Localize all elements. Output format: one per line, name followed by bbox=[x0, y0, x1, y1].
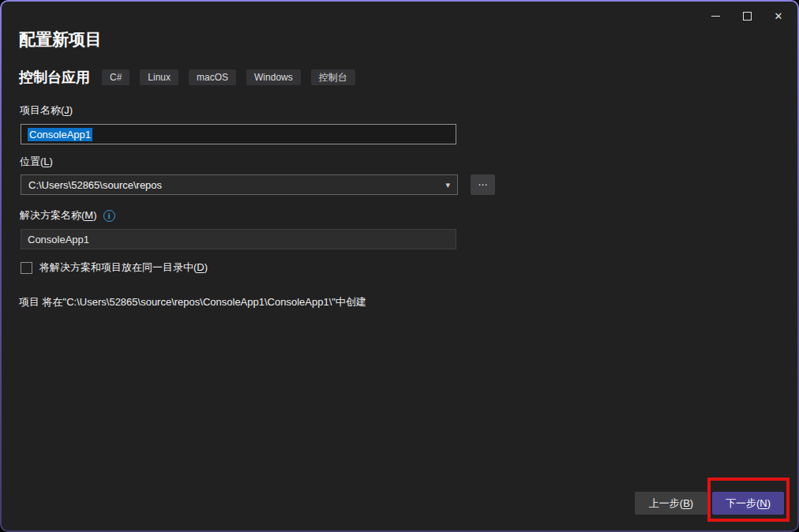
template-header: 控制台应用 C# Linux macOS Windows 控制台 bbox=[19, 68, 355, 87]
minimize-icon bbox=[711, 16, 720, 17]
configure-project-dialog: ✕ 配置新项目 控制台应用 C# Linux macOS Windows 控制台… bbox=[2, 2, 797, 530]
titlebar-controls: ✕ bbox=[700, 4, 794, 28]
dropdown-arrow-icon: ▾ bbox=[445, 180, 450, 190]
tag-csharp: C# bbox=[102, 69, 129, 85]
close-icon: ✕ bbox=[775, 11, 783, 21]
tag-linux: Linux bbox=[140, 69, 178, 85]
solution-name-label: 解决方案名称(M) bbox=[20, 208, 97, 223]
info-icon[interactable]: i bbox=[103, 210, 115, 222]
location-value: C:\Users\52865\source\repos bbox=[28, 179, 162, 191]
window-frame: ✕ 配置新项目 控制台应用 C# Linux macOS Windows 控制台… bbox=[0, 0, 799, 532]
next-button[interactable]: 下一步(N) bbox=[712, 492, 784, 515]
tag-windows: Windows bbox=[246, 69, 301, 85]
minimize-button[interactable] bbox=[700, 4, 731, 28]
creation-path-note: 项目 将在"C:\Users\52865\source\repos\Consol… bbox=[19, 295, 366, 309]
solution-name-input[interactable]: ConsoleApp1 bbox=[21, 229, 456, 249]
page-title: 配置新项目 bbox=[19, 28, 102, 51]
location-label: 位置(L) bbox=[20, 155, 53, 169]
ellipsis-icon: … bbox=[478, 176, 488, 188]
maximize-icon bbox=[743, 12, 752, 21]
template-name: 控制台应用 bbox=[19, 68, 90, 87]
maximize-button[interactable] bbox=[731, 4, 763, 28]
back-button[interactable]: 上一步(B) bbox=[635, 492, 707, 515]
location-combobox[interactable]: C:\Users\52865\source\repos ▾ bbox=[21, 174, 458, 195]
solution-name-value: ConsoleApp1 bbox=[28, 234, 89, 245]
browse-button[interactable]: … bbox=[471, 174, 495, 195]
solution-name-header: 解决方案名称(M) i bbox=[20, 208, 115, 223]
same-directory-row: 将解决方案和项目放在同一目录中(D) bbox=[21, 260, 208, 275]
close-button[interactable]: ✕ bbox=[763, 4, 794, 28]
tag-console: 控制台 bbox=[311, 69, 355, 85]
project-name-label: 项目名称(J) bbox=[20, 103, 73, 118]
same-directory-label: 将解决方案和项目放在同一目录中(D) bbox=[39, 260, 208, 275]
same-directory-checkbox[interactable] bbox=[21, 262, 32, 274]
selected-text: ConsoleApp1 bbox=[28, 128, 92, 141]
project-name-input[interactable]: ConsoleApp1 bbox=[21, 124, 456, 144]
tag-macos: macOS bbox=[189, 69, 236, 85]
